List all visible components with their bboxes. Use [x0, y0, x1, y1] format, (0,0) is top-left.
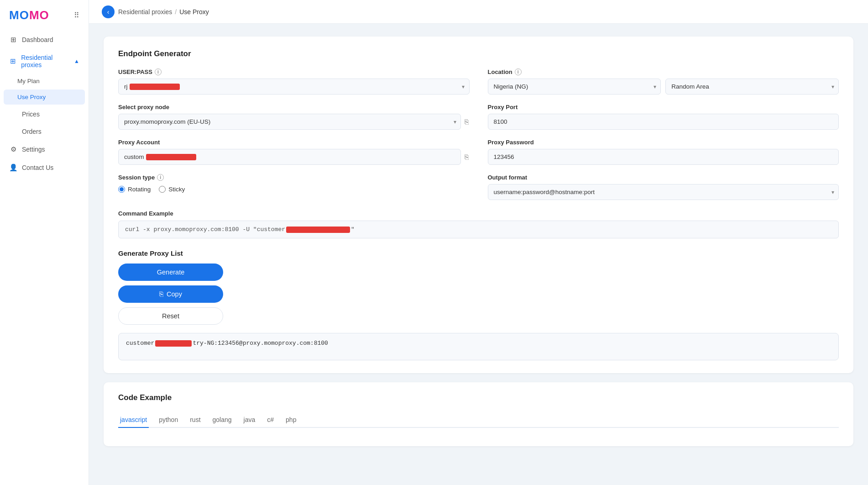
sidebar-item-label: Orders: [22, 128, 42, 135]
proxy-password-input[interactable]: 123456: [488, 149, 839, 165]
rotating-radio-label[interactable]: Rotating: [118, 186, 151, 193]
sticky-radio-label[interactable]: Sticky: [159, 186, 185, 193]
rotating-radio[interactable]: [118, 186, 125, 193]
proxy-port-group: Proxy Port 8100: [488, 104, 839, 130]
proxy-node-select[interactable]: proxy.momoproxy.com (EU-US): [118, 114, 461, 130]
location-country-select[interactable]: Nigeria (NG): [488, 79, 661, 95]
proxy-account-copy-button[interactable]: ⎘: [464, 152, 470, 162]
proxy-output-box: customertry-NG:123456@proxy.momoproxy.co…: [118, 333, 839, 360]
back-button[interactable]: ‹: [102, 5, 115, 18]
tab-php[interactable]: php: [284, 412, 298, 428]
location-row: Nigeria (NG) ▾ Random Area ▾: [488, 79, 839, 95]
dashboard-icon: ⊞: [9, 36, 17, 44]
tab-python[interactable]: python: [157, 412, 180, 428]
sidebar-item-residential-proxies[interactable]: ⊞ Residential proxies ▲: [0, 49, 89, 74]
sidebar-item-label: My Plan: [17, 78, 40, 84]
sidebar-item-label: Settings: [22, 146, 45, 153]
output-format-select-wrapper: username:password@hostname:port ▾: [488, 184, 839, 200]
location-group: Location i Nigeria (NG) ▾ Random Are: [488, 69, 839, 95]
userpass-prefix: rj: [124, 83, 128, 90]
sidebar: MOMO ⠿ ⊞ Dashboard ⊞ Residential proxies…: [0, 0, 89, 485]
back-icon: ‹: [107, 8, 110, 16]
proxy-output-prefix: customer: [126, 340, 154, 347]
sidebar-item-dashboard[interactable]: ⊞ Dashboard: [0, 31, 89, 49]
proxy-account-prefix: custom: [124, 153, 144, 160]
reset-button[interactable]: Reset: [118, 307, 223, 325]
proxy-account-label: Proxy Account: [118, 139, 470, 146]
sidebar-item-settings[interactable]: ⚙ Settings: [0, 140, 89, 158]
grid-icon-2: ⊞: [9, 57, 16, 65]
logo: MOMO: [9, 8, 49, 22]
generate-button[interactable]: Generate: [118, 264, 223, 281]
copy-button-label: Copy: [167, 290, 182, 298]
endpoint-generator-card: Endpoint Generator USER:PASS i rj ▾: [104, 37, 853, 373]
tab-golang[interactable]: golang: [211, 412, 234, 428]
generate-button-label: Generate: [157, 269, 184, 276]
userpass-field: rj ▾: [118, 79, 470, 95]
command-example-box: curl -x proxy.momoproxy.com:8100 -U "cus…: [118, 221, 839, 238]
endpoint-generator-title: Endpoint Generator: [118, 49, 839, 58]
sidebar-item-label: Prices: [22, 111, 40, 118]
proxy-node-select-wrapper: proxy.momoproxy.com (EU-US) ▾: [118, 114, 461, 130]
output-format-select[interactable]: username:password@hostname:port: [488, 184, 839, 200]
location-area-select[interactable]: Random Area: [665, 79, 839, 95]
command-example-section: Command Example curl -x proxy.momoproxy.…: [118, 210, 839, 238]
proxy-node-copy-button[interactable]: ⎘: [464, 117, 470, 127]
grid-icon[interactable]: ⠿: [74, 11, 79, 20]
proxy-port-input[interactable]: 8100: [488, 114, 839, 130]
tab-rust[interactable]: rust: [188, 412, 202, 428]
breadcrumb-parent[interactable]: Residential proxies: [118, 8, 172, 16]
location-area-select-wrapper: Random Area ▾: [665, 79, 839, 95]
proxy-port-label: Proxy Port: [488, 104, 839, 111]
sidebar-item-label: Dashboard: [22, 36, 53, 43]
form-grid: USER:PASS i rj ▾ Location i: [118, 69, 839, 200]
sticky-label: Sticky: [168, 186, 185, 193]
location-country-select-wrapper: Nigeria (NG) ▾: [488, 79, 661, 95]
proxy-account-redacted: [146, 154, 196, 160]
sidebar-item-label: Contact Us: [22, 164, 53, 171]
command-text-suffix: ": [351, 226, 355, 233]
proxy-node-label: Select proxy node: [118, 104, 470, 111]
sidebar-item-label: Residential proxies: [21, 54, 69, 69]
userpass-group: USER:PASS i rj ▾: [118, 69, 470, 95]
proxy-account-group: Proxy Account custom ⎘: [118, 139, 470, 165]
proxy-output-redacted: [155, 340, 192, 347]
sidebar-item-orders[interactable]: Orders: [0, 123, 89, 140]
content-area: Endpoint Generator USER:PASS i rj ▾: [89, 24, 868, 485]
session-type-label: Session type i: [118, 174, 470, 181]
sidebar-item-label: Use Proxy: [17, 94, 46, 100]
logo-area: MOMO ⠿: [0, 0, 89, 31]
tab-csharp[interactable]: c#: [265, 412, 276, 428]
sidebar-item-use-proxy[interactable]: Use Proxy: [4, 90, 85, 105]
userpass-info-icon[interactable]: i: [155, 69, 162, 75]
userpass-chevron: ▾: [462, 84, 465, 90]
output-format-group: Output format username:password@hostname…: [488, 174, 839, 200]
generate-proxy-title: Generate Proxy List: [118, 249, 839, 257]
proxy-output-suffix: try-NG:123456@proxy.momoproxy.com:8100: [193, 340, 328, 347]
proxy-node-input-wrapper: proxy.momoproxy.com (EU-US) ▾ ⎘: [118, 114, 470, 130]
output-format-label: Output format: [488, 174, 839, 181]
sidebar-item-my-plan[interactable]: My Plan: [0, 74, 89, 89]
proxy-password-group: Proxy Password 123456: [488, 139, 839, 165]
copy-button[interactable]: ⎘ Copy: [118, 285, 223, 303]
settings-icon: ⚙: [9, 145, 17, 153]
main-area: ‹ Residential proxies / Use Proxy Endpoi…: [89, 0, 868, 485]
reset-button-label: Reset: [162, 312, 179, 320]
residential-proxies-subnav: My Plan Use Proxy: [0, 74, 89, 105]
command-redacted: [286, 227, 350, 233]
tab-java[interactable]: java: [242, 412, 257, 428]
session-type-radio-group: Rotating Sticky: [118, 184, 470, 193]
sidebar-nav: ⊞ Dashboard ⊞ Residential proxies ▲ My P…: [0, 31, 89, 177]
session-type-info-icon[interactable]: i: [157, 174, 164, 181]
sticky-radio[interactable]: [159, 186, 166, 193]
location-info-icon[interactable]: i: [515, 69, 522, 75]
sidebar-item-contact-us[interactable]: 👤 Contact Us: [0, 158, 89, 177]
code-example-title: Code Example: [118, 393, 839, 402]
breadcrumb: Residential proxies / Use Proxy: [118, 8, 209, 16]
rotating-label: Rotating: [128, 186, 151, 193]
userpass-label: USER:PASS i: [118, 69, 470, 75]
proxy-password-label: Proxy Password: [488, 139, 839, 146]
tab-javascript[interactable]: javascript: [118, 412, 149, 428]
sidebar-item-prices[interactable]: Prices: [0, 105, 89, 123]
code-example-card: Code Example javascript python rust gola…: [104, 382, 853, 446]
